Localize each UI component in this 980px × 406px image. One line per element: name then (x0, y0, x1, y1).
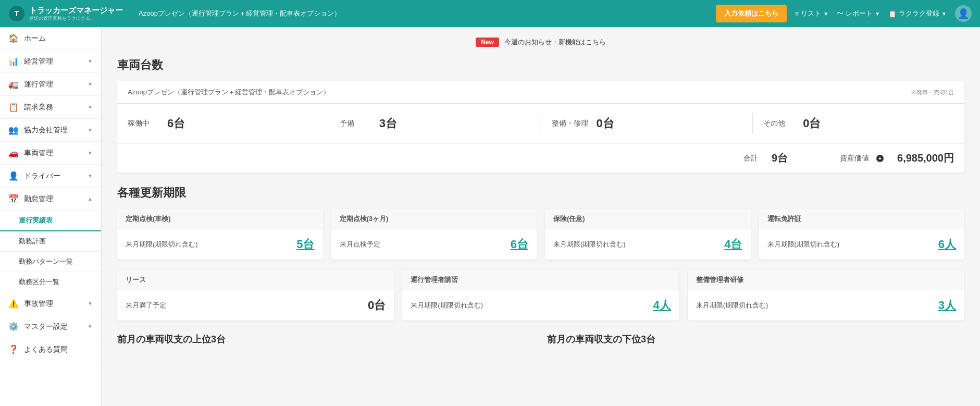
renewal-inspection3-count[interactable]: 6台 (511, 237, 528, 252)
management-arrow-icon: ▼ (88, 58, 93, 64)
new-badge: New (476, 38, 499, 47)
renewal-card-insurance: 保険(任意) 来月期限(期限切れ含む) 4台 (545, 209, 751, 260)
total-label: 合計 (743, 154, 758, 163)
bottom-grid: 前月の車両収支の上位3台 前月の車両収支の下位3台 (117, 333, 964, 352)
renewal-card-transport-manager-body: 来月期限(期限切れ含む) 4人 (402, 290, 679, 321)
working-count: 6台 (167, 116, 185, 131)
other-count: 0台 (803, 116, 821, 131)
sidebar-item-home[interactable]: 🏠 ホーム (0, 27, 101, 50)
asset-label: 資産価値 (840, 154, 869, 163)
sidebar-item-attendance[interactable]: 📅 勤怠管理 ▲ (0, 188, 101, 211)
sidebar-sub-item-work-plan[interactable]: 勤務計画 (0, 231, 101, 252)
vehicle-total-row: 合計 9台 資産価値 ● 6,985,000円 (117, 144, 964, 173)
sidebar-item-faq[interactable]: ❓ よくある質問 (0, 338, 101, 361)
renewal-insurance-desc: 来月期限(期限切れ含む) (553, 240, 626, 249)
sidebar-item-master-settings[interactable]: ⚙️ マスター設定 ▼ (0, 315, 101, 338)
accidents-arrow-icon: ▼ (88, 301, 93, 306)
avatar-icon: 👤 (958, 8, 969, 19)
vehicle-card-header: Azoopプレゼン（運行管理プラン＋経営管理・配車表オプション） ※廃車・売却1… (117, 81, 964, 104)
working-cell: 稼働中 6台 (128, 116, 318, 131)
sidebar-sub-item-work-patterns[interactable]: 勤務パターン一覧 (0, 252, 101, 272)
vehicle-section-title: 車両台数 (117, 57, 964, 73)
reserve-cell: 予備 3台 (340, 116, 530, 131)
nav-register[interactable]: 📋 ラクラク登録 ▼ (888, 9, 947, 18)
renewal-card-inspection-body: 来月期限(期限切れ含む) 5台 (117, 229, 323, 260)
other-cell: その他 0台 (763, 116, 954, 131)
sidebar-item-accidents[interactable]: ⚠️ 事故管理 ▼ (0, 292, 101, 315)
vehicle-card-header-note: ※廃車・売却1台 (911, 89, 954, 96)
renewal-card-insurance-header: 保険(任意) (545, 209, 751, 229)
renewal-card-inspection3: 定期点検(3ヶ月) 来月点検予定 6台 (331, 209, 537, 260)
sidebar-item-partners[interactable]: 👥 協力会社管理 ▼ (0, 119, 101, 142)
vehicles-arrow-icon: ▼ (88, 150, 93, 156)
sidebar-sub-item-operations-record[interactable]: 運行実績表 (0, 211, 101, 231)
vehicle-count-row: 稼働中 6台 予備 3台 整備・修理 0台 その他 0台 (117, 104, 964, 144)
maintenance-label: 整備・修理 (552, 119, 588, 128)
divider3 (752, 113, 753, 134)
home-icon: 🏠 (8, 33, 19, 43)
attendance-arrow-icon: ▲ (88, 196, 93, 202)
maintenance-count: 0台 (597, 116, 614, 131)
nav-list[interactable]: ≡ リスト ▼ (795, 9, 829, 18)
operations-arrow-icon: ▼ (88, 81, 93, 87)
top3-section: 前月の車両収支の上位3台 (117, 333, 535, 352)
attendance-icon: 📅 (8, 194, 19, 204)
partners-arrow-icon: ▼ (88, 127, 93, 133)
other-label: その他 (763, 119, 795, 128)
svg-text:T: T (15, 9, 19, 18)
vehicle-icon: 🚗 (8, 148, 19, 158)
list-icon: ≡ (795, 10, 799, 18)
settings-icon: ⚙️ (8, 322, 19, 331)
announcement-link[interactable]: 今週のお知らせ・新機能はこちら (504, 38, 606, 47)
sidebar-item-vehicles[interactable]: 🚗 車両管理 ▼ (0, 142, 101, 165)
total-count: 9台 (772, 151, 788, 165)
renewal-maintenance-manager-count[interactable]: 3人 (938, 298, 956, 313)
renewal-section-title: 各種更新期限 (117, 185, 964, 201)
avatar[interactable]: 👤 (955, 5, 972, 22)
sidebar-item-billing[interactable]: 📋 請求業務 ▼ (0, 96, 101, 119)
input-request-button[interactable]: 入力依頼はこちら (716, 5, 787, 22)
master-settings-arrow-icon: ▼ (88, 324, 93, 329)
nav-report[interactable]: 〜 レポート ▼ (837, 9, 880, 18)
renewal-transport-manager-count[interactable]: 4人 (653, 298, 671, 313)
renewal-card-inspection3-header: 定期点検(3ヶ月) (331, 209, 537, 229)
renewal-insurance-count[interactable]: 4台 (724, 237, 742, 252)
renewal-card-maintenance-manager: 整備管理者研修 来月期限(期限切れ含む) 3人 (688, 270, 964, 321)
billing-arrow-icon: ▼ (88, 104, 93, 110)
list-caret-icon: ▼ (823, 11, 828, 17)
renewal-inspection-count[interactable]: 5台 (296, 237, 314, 252)
renewal-card-insurance-body: 来月期限(期限切れ含む) 4台 (545, 229, 751, 260)
renewal-grid-row2: リース 来月満了予定 0台 運行管理者講習 来月期限(期限切れ含む) 4人 整備… (117, 270, 964, 321)
asset-value: 6,985,000円 (897, 151, 954, 165)
renewal-grid-row1: 定期点検(車検) 来月期限(期限切れ含む) 5台 定期点検(3ヶ月) 来月点検予… (117, 209, 964, 260)
renewal-license-count[interactable]: 6人 (938, 237, 956, 252)
sidebar: 🏠 ホーム 📊 経営管理 ▼ 🚛 運行管理 ▼ 📋 請求業務 ▼ 👥 協力会社管… (0, 27, 102, 406)
renewal-card-license: 運転免許証 来月期限(期限切れ含む) 6人 (759, 209, 965, 260)
renewal-card-inspection: 定期点検(車検) 来月期限(期限切れ含む) 5台 (117, 209, 323, 260)
divider1 (329, 113, 329, 134)
renewal-lease-count: 0台 (368, 298, 386, 313)
sidebar-item-management[interactable]: 📊 経営管理 ▼ (0, 50, 101, 73)
vehicle-count-card: Azoopプレゼン（運行管理プラン＋経営管理・配車表オプション） ※廃車・売却1… (117, 81, 964, 173)
faq-icon: ❓ (8, 345, 19, 354)
logo-sub: 運送の管理業務をラクにする。 (29, 15, 123, 22)
billing-icon: 📋 (8, 102, 19, 112)
sidebar-item-operations[interactable]: 🚛 運行管理 ▼ (0, 73, 101, 96)
renewal-maintenance-manager-desc: 来月期限(期限切れ含む) (696, 301, 768, 310)
sidebar-sub-item-work-categories[interactable]: 勤務区分一覧 (0, 272, 101, 292)
renewal-license-desc: 来月期限(期限切れ含む) (767, 240, 840, 249)
renewal-lease-desc: 来月満了予定 (126, 301, 166, 310)
logo-icon: T (8, 5, 25, 22)
sidebar-item-drivers[interactable]: 👤 ドライバー ▼ (0, 165, 101, 188)
register-icon: 📋 (888, 10, 897, 18)
renewal-card-lease-body: 来月満了予定 0台 (117, 290, 394, 321)
reserve-count: 3台 (379, 116, 397, 131)
logo: T トラッカーズマネージャー 運送の管理業務をラクにする。 (8, 5, 123, 22)
accident-icon: ⚠️ (8, 299, 19, 309)
register-caret-icon: ▼ (941, 11, 947, 17)
report-icon: 〜 (837, 9, 843, 18)
topbar-right: 入力依頼はこちら ≡ リスト ▼ 〜 レポート ▼ 📋 ラクラク登録 ▼ 👤 (716, 5, 972, 22)
bottom3-title: 前月の車両収支の下位3台 (547, 333, 964, 346)
partners-icon: 👥 (8, 125, 19, 135)
renewal-card-inspection-header: 定期点検(車検) (117, 209, 323, 229)
